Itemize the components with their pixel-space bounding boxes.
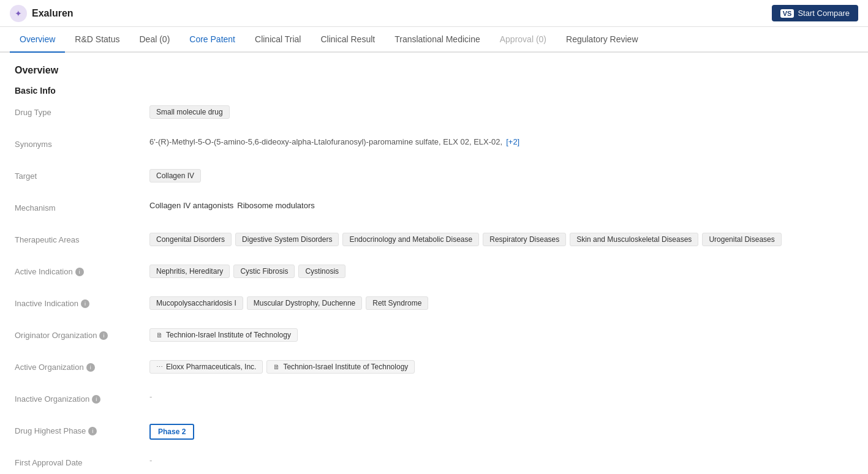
tab-clinical-result[interactable]: Clinical Result [311,27,385,53]
doc-icon: 🗎 [156,331,163,339]
inactive-indication-mucopolysaccharidosis: Mucopolysaccharidosis I [149,296,243,310]
active-org-technion: 🗎 Technion-Israel Institute of Technolog… [266,360,415,374]
drug-highest-phase-value: Phase 2 [149,424,853,440]
active-org-value: ⋯ Eloxx Pharmaceuticals, Inc. 🗎 Technion… [149,360,853,374]
drug-highest-phase-label: Drug Highest Phase i [15,424,149,435]
inactive-org-info-icon[interactable]: i [92,395,100,404]
inactive-org-dash: - [149,392,152,401]
mechanism-label: Mechanism [15,201,149,213]
inactive-indication-value: Mucopolysaccharidosis I Muscular Dystrop… [149,296,853,310]
originator-org-row: Originator Organization i 🗎 Technion-Isr… [15,328,853,345]
inactive-indication-muscular-dystrophy: Muscular Dystrophy, Duchenne [247,296,363,310]
doc-icon-2: 🗎 [273,363,280,371]
drug-highest-phase-tag: Phase 2 [149,424,194,440]
active-indication-value: Nephritis, Hereditary Cystic Fibrosis Cy… [149,265,853,278]
originator-org-value: 🗎 Technion-Israel Institute of Technolog… [149,328,853,342]
first-approval-date-label: First Approval Date [15,456,149,467]
ta-congenital: Congenital Disorders [149,233,232,246]
ta-skin: Skin and Musculoskeletal Diseases [570,233,698,246]
active-indication-info-icon[interactable]: i [75,268,84,276]
tab-translational[interactable]: Translational Medicine [385,27,490,53]
main-content: Overview Basic Info Drug Type Small mole… [0,53,868,474]
page-subsection-title: Basic Info [15,86,853,96]
target-tag: Collagen IV [149,169,201,182]
inactive-indication-rett-syndrome: Rett Syndrome [366,296,428,310]
drug-type-tag: Small molecule drug [149,105,230,119]
start-compare-button[interactable]: VS Start Compare [772,5,858,21]
nav-tabs: Overview R&D Status Deal (0) Core Patent… [0,27,868,53]
drug-type-row: Drug Type Small molecule drug [15,105,853,122]
drug-type-value: Small molecule drug [149,105,853,119]
app-title: Exaluren [32,8,74,19]
active-org-info-icon[interactable]: i [86,363,95,372]
drug-highest-phase-row: Drug Highest Phase i Phase 2 [15,424,853,441]
app-logo: ✦ Exaluren [10,5,74,22]
inactive-org-label: Inactive Organization i [15,392,149,404]
tab-core-patent[interactable]: Core Patent [179,27,245,53]
indication-cystinosis: Cystinosis [298,265,345,278]
active-indication-label: Active Indication i [15,265,149,276]
tab-approval[interactable]: Approval (0) [490,27,556,53]
inactive-indication-info-icon[interactable]: i [81,299,89,308]
tab-deal[interactable]: Deal (0) [130,27,180,53]
inactive-org-row: Inactive Organization i - [15,392,853,409]
therapeutic-areas-label: Therapeutic Areas [15,233,149,244]
target-label: Target [15,169,149,181]
target-row: Target Collagen IV [15,169,853,186]
first-approval-date-dash: - [149,456,152,465]
drug-highest-phase-info-icon[interactable]: i [88,427,97,435]
synonyms-label: Synonyms [15,137,149,149]
vs-badge: VS [780,9,794,18]
ta-digestive: Digestive System Disorders [235,233,339,246]
mechanism-item-2: Ribosome modulators [237,201,314,210]
originator-org-technion: 🗎 Technion-Israel Institute of Technolog… [149,328,298,342]
active-org-row: Active Organization i ⋯ Eloxx Pharmaceut… [15,360,853,377]
synonyms-value: 6'-(R)-Methyl-5-O-(5-amino-5,6-dideoxy-a… [149,137,853,146]
synonyms-more-link[interactable]: [+2] [506,137,519,146]
originator-org-label: Originator Organization i [15,328,149,340]
mechanism-item-1: Collagen IV antagonists [149,201,233,210]
active-org-eloxx: ⋯ Eloxx Pharmaceuticals, Inc. [149,360,263,374]
inactive-indication-label: Inactive Indication i [15,296,149,308]
indication-nephritis: Nephritis, Hereditary [149,265,230,278]
inactive-org-value: - [149,392,853,401]
active-indication-row: Active Indication i Nephritis, Hereditar… [15,265,853,282]
inactive-indication-row: Inactive Indication i Mucopolysaccharido… [15,296,853,314]
ta-endocrinology: Endocrinology and Metabolic Disease [342,233,479,246]
target-value: Collagen IV [149,169,853,182]
indication-cystic-fibrosis: Cystic Fibrosis [233,265,295,278]
top-bar: ✦ Exaluren VS Start Compare [0,0,868,27]
ta-respiratory: Respiratory Diseases [483,233,566,246]
originator-org-info-icon[interactable]: i [99,331,108,340]
tab-overview[interactable]: Overview [10,27,65,53]
mechanism-value: Collagen IV antagonists Ribosome modulat… [149,201,853,210]
therapeutic-areas-row: Therapeutic Areas Congenital Disorders D… [15,233,853,250]
app-icon: ✦ [10,5,27,22]
page-section-title: Overview [15,65,853,76]
mechanism-row: Mechanism Collagen IV antagonists Riboso… [15,201,853,218]
active-org-label: Active Organization i [15,360,149,372]
synonyms-row: Synonyms 6'-(R)-Methyl-5-O-(5-amino-5,6-… [15,137,853,154]
first-approval-date-value: - [149,456,853,465]
compare-button-label: Start Compare [798,9,850,18]
first-approval-date-row: First Approval Date - [15,456,853,473]
dots-icon: ⋯ [156,363,163,371]
therapeutic-areas-value: Congenital Disorders Digestive System Di… [149,233,853,246]
ta-urogenital: Urogenital Diseases [702,233,781,246]
tab-rnd-status[interactable]: R&D Status [65,27,129,53]
drug-type-label: Drug Type [15,105,149,117]
synonyms-text: 6'-(R)-Methyl-5-O-(5-amino-5,6-dideoxy-a… [149,137,502,146]
tab-clinical-trial[interactable]: Clinical Trial [245,27,311,53]
tab-regulatory-review[interactable]: Regulatory Review [556,27,648,53]
